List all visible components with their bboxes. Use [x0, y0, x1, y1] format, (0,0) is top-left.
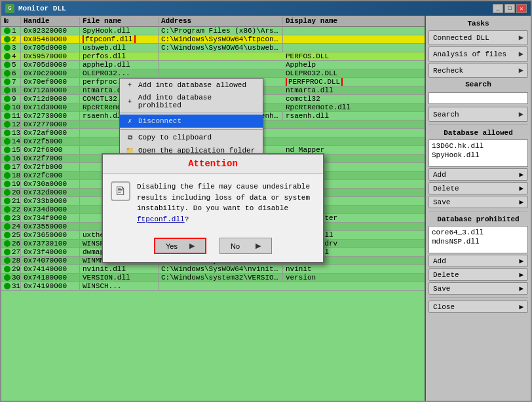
- search-section-label: Search: [428, 79, 528, 90]
- recheck-button[interactable]: Recheck ▶: [428, 63, 528, 78]
- add-prohibited-arrow-icon: ▶: [519, 257, 523, 265]
- db-allowed-item[interactable]: 13D6C.hk.dll: [430, 141, 526, 151]
- title-bar: G Monitor DLL _ □ ✕: [1, 1, 531, 16]
- close-arrow-icon: ▶: [519, 302, 523, 311]
- close-button[interactable]: Close ▶: [428, 301, 528, 313]
- save-prohibited-button[interactable]: Save ▶: [428, 282, 528, 295]
- yes-arrow-icon: ▶: [189, 242, 195, 250]
- alert-buttons: Yes ▶ No ▶: [103, 232, 323, 262]
- right-panel: Tasks Connected DLL ▶ Analysis of files …: [426, 16, 531, 401]
- maximize-button[interactable]: □: [504, 4, 515, 13]
- recheck-arrow-icon: ▶: [519, 65, 523, 75]
- add-allowed-arrow-icon: ▶: [519, 170, 523, 179]
- db-allowed-label: Database allowed: [428, 128, 528, 138]
- alert-yes-button[interactable]: Yes ▶: [154, 238, 206, 254]
- search-arrow-icon: ▶: [519, 109, 523, 119]
- add-prohibited-button[interactable]: Add ▶: [428, 255, 528, 267]
- analysis-files-button[interactable]: Analysis of files ▶: [428, 46, 528, 62]
- alert-overlay: Attention 🖹 Disabling the file may cause…: [1, 16, 425, 401]
- alert-link: ftpconf.dll: [137, 215, 185, 223]
- db-prohibited-item[interactable]: mdnsNSP.dll: [430, 237, 526, 246]
- connected-dll-arrow-icon: ▶: [519, 33, 523, 43]
- search-button[interactable]: Search ▶: [428, 107, 528, 122]
- title-controls: _ □ ✕: [493, 4, 527, 13]
- alert-content: 🖹 Disabling the file may cause undesirab…: [103, 174, 323, 232]
- alert-no-button[interactable]: No ▶: [219, 238, 272, 254]
- delete-prohibited-button[interactable]: Delete ▶: [428, 268, 528, 281]
- save-allowed-arrow-icon: ▶: [519, 198, 523, 206]
- connected-dll-button[interactable]: Connected DLL ▶: [428, 30, 528, 45]
- db-prohibited-label: Database prohibited: [428, 214, 528, 225]
- add-allowed-button[interactable]: Add ▶: [428, 168, 528, 181]
- minimize-button[interactable]: _: [493, 4, 503, 13]
- save-allowed-button[interactable]: Save ▶: [428, 196, 528, 208]
- alert-dialog: Attention 🖹 Disabling the file may cause…: [102, 153, 324, 263]
- analysis-files-arrow-icon: ▶: [519, 49, 523, 59]
- title-bar-left: G Monitor DLL: [5, 4, 66, 13]
- divider-1: [428, 124, 528, 125]
- alert-text: Disabling the file may cause undesirable…: [137, 181, 315, 225]
- close-button[interactable]: ✕: [516, 4, 527, 13]
- search-input[interactable]: [428, 92, 528, 104]
- delete-prohibited-arrow-icon: ▶: [519, 270, 523, 279]
- main-window: G Monitor DLL _ □ ✕ № Handle File name A…: [0, 0, 532, 402]
- main-content: № Handle File name Address Display name …: [1, 16, 531, 401]
- left-panel: № Handle File name Address Display name …: [1, 16, 426, 401]
- db-prohibited-item[interactable]: core64_3.dll: [430, 228, 526, 237]
- app-icon: G: [5, 4, 14, 13]
- alert-title: Attention: [103, 155, 323, 174]
- db-prohibited-listbox[interactable]: core64_3.dll mdnsNSP.dll: [428, 226, 528, 253]
- delete-allowed-arrow-icon: ▶: [519, 184, 523, 192]
- delete-allowed-button[interactable]: Delete ▶: [428, 182, 528, 194]
- alert-icon: 🖹: [111, 181, 130, 201]
- divider-3: [428, 297, 528, 298]
- divider-2: [428, 211, 528, 211]
- save-prohibited-arrow-icon: ▶: [519, 284, 523, 293]
- tasks-label: Tasks: [428, 18, 528, 29]
- no-arrow-icon: ▶: [256, 242, 261, 250]
- window-title: Monitor DLL: [18, 5, 66, 12]
- db-allowed-listbox[interactable]: 13D6C.hk.dll SpyHook.dll: [428, 139, 528, 167]
- db-allowed-item[interactable]: SpyHook.dll: [430, 151, 526, 160]
